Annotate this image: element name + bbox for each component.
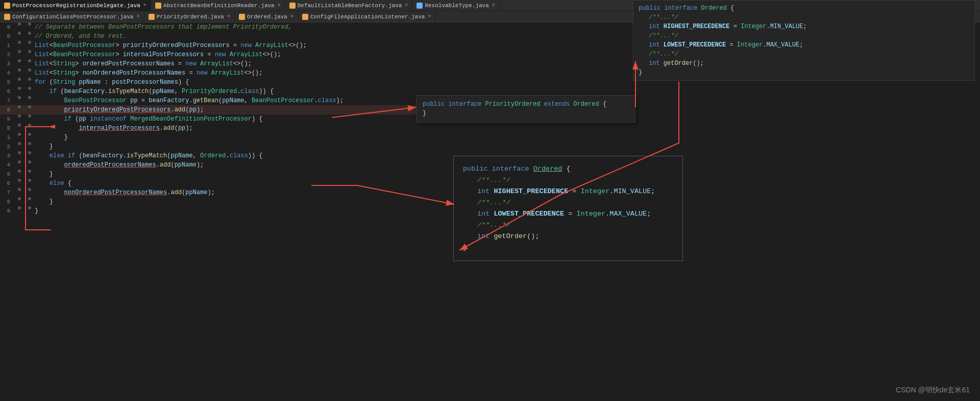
code-line-9c: 9 } (0, 206, 416, 216)
tab-close[interactable]: × (492, 3, 495, 8)
tab-icon-java (4, 14, 10, 20)
code-editor[interactable]: 9 // Separate between BeanPostProcessors… (0, 22, 416, 401)
code-line-6: 6 if (beanFactory.isTypeMatch(ppName, Pr… (0, 87, 416, 96)
tab-Ordered[interactable]: Ordered.java × (235, 11, 298, 22)
popup-line-1: public interface PriorityOrdered extends… (423, 100, 629, 109)
tab-icon-java (239, 14, 245, 20)
popup-ordered-bottom: public interface Ordered { /**...*/ int … (453, 156, 683, 261)
popup-ordered-top-line1: public interface Ordered { (639, 4, 969, 13)
tab-close[interactable]: × (143, 3, 146, 8)
popup-line-2: } (423, 109, 629, 118)
code-line-0b: 0 internalPostProcessors.add(pp); (0, 124, 416, 133)
tab-close[interactable]: × (405, 3, 408, 8)
tab-icon-java (289, 3, 296, 9)
tab-PriorityOrdered[interactable]: PriorityOrdered.java × (144, 11, 235, 22)
code-line-5b: 5 } (0, 170, 416, 179)
tab-icon-java (302, 14, 308, 20)
tab-ConfigurationClassPostProcessor[interactable]: ConfigurationClassPostProcessor.java × (0, 11, 144, 22)
tab-icon-java (416, 3, 423, 9)
code-line-4b: 4 orderedPostProcessorNames.add(ppName); (0, 160, 416, 170)
tab-icon-java (149, 14, 155, 20)
tab-close[interactable]: × (290, 14, 293, 19)
tab-close[interactable]: × (428, 14, 431, 19)
code-line-3b: 3 else if (beanFactory.isTypeMatch(ppNam… (0, 151, 416, 160)
code-line-3: 3 List<String> orderedPostProcessorNames… (0, 59, 416, 68)
tab-label: ConfigFileApplicationListener.java (310, 14, 425, 20)
code-line-0a: 0 // Ordered, and the rest. (0, 32, 416, 41)
code-line-8b: 8 } (0, 197, 416, 206)
tab-AbstractBeanDefinitionReader[interactable]: AbstractBeanDefinitionReader.java × (151, 0, 285, 11)
tab-close[interactable]: × (137, 14, 140, 19)
code-line-9b: 9 if (pp instanceof MergedBeanDefinition… (0, 114, 416, 124)
code-line-7b: 7 nonOrderedPostProcessorNames.add(ppNam… (0, 188, 416, 197)
watermark: CSDN @明快de玄米61 (896, 386, 970, 395)
tab-icon-java (155, 3, 161, 9)
code-line-1: 1 List<BeanPostProcessor> priorityOrdere… (0, 41, 416, 50)
code-line-9: 9 // Separate between BeanPostProcessors… (0, 22, 416, 32)
code-line-2b: 2 } (0, 142, 416, 151)
tab-label: PostProcessorRegistrationDelegate.java (12, 3, 140, 9)
code-line-8: 8 priorityOrderedPostProcessors.add(pp); (0, 105, 416, 114)
popup-ordered-top: public interface Ordered { /**...*/ int … (633, 0, 975, 81)
tab-ConfigFileApplicationListener[interactable]: ConfigFileApplicationListener.java × (298, 11, 435, 22)
code-line-7: 7 BeanPostProcessor pp = beanFactory.get… (0, 96, 416, 105)
tab-label: ResolvableType.java (425, 3, 488, 9)
tab-label: PriorityOrdered.java (157, 14, 224, 20)
code-line-4: 4 List<String> nonOrderedPostProcessorNa… (0, 68, 416, 78)
code-line-5: 5 for (String ppName : postProcessorName… (0, 78, 416, 87)
code-line-2: 2 List<BeanPostProcessor> internalPostPr… (0, 50, 416, 59)
tab-close[interactable]: × (227, 14, 230, 19)
tab-label: AbstractBeanDefinitionReader.java (163, 3, 275, 9)
tab-PostProcessorRegistrationDelegate[interactable]: PostProcessorRegistrationDelegate.java × (0, 0, 151, 11)
tab-label: Ordered.java (247, 14, 287, 20)
tab-label: DefaultListableBeanFactory.java (298, 3, 402, 9)
tab-label: ConfigurationClassPostProcessor.java (12, 14, 134, 20)
tab-icon-java (4, 3, 10, 9)
popup-priority-ordered: public interface PriorityOrdered extends… (416, 95, 635, 123)
code-line-1b: 1 } (0, 133, 416, 142)
tab-close[interactable]: × (278, 3, 281, 8)
tab-ResolvableType[interactable]: ResolvableType.java × (412, 0, 499, 11)
code-line-6b: 6 else { (0, 179, 416, 188)
tab-DefaultListableBeanFactory[interactable]: DefaultListableBeanFactory.java × (285, 0, 413, 11)
